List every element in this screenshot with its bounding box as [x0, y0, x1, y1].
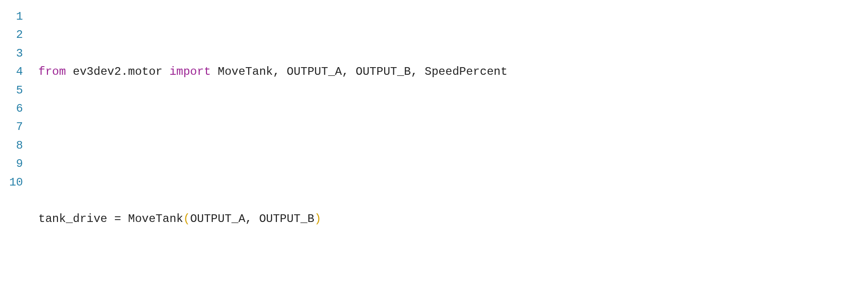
variable-name: tank_drive — [38, 212, 107, 225]
code-line-4 — [38, 284, 507, 302]
line-number: 5 — [4, 82, 23, 100]
line-number: 1 — [4, 8, 23, 26]
code-line-1: from ev3dev2.motor import MoveTank, OUTP… — [38, 63, 507, 81]
keyword-from: from — [38, 65, 66, 78]
keyword-import: import — [170, 65, 211, 78]
line-number: 8 — [4, 137, 23, 155]
import-names: MoveTank, OUTPUT_A, OUTPUT_B, SpeedPerce… — [217, 65, 507, 78]
code-block: 1 2 3 4 5 6 7 8 9 10 from ev3dev2.motor … — [4, 8, 864, 303]
call-args: OUTPUT_A, OUTPUT_B — [190, 212, 314, 225]
call-name: MoveTank — [128, 212, 183, 225]
code-content: from ev3dev2.motor import MoveTank, OUTP… — [38, 8, 507, 303]
assignment-operator: = — [107, 212, 128, 225]
module-name — [66, 65, 73, 78]
line-number: 9 — [4, 155, 23, 173]
line-number: 6 — [4, 100, 23, 118]
close-paren: ) — [314, 212, 321, 225]
module-name: ev3dev2.motor — [73, 65, 162, 78]
line-number: 10 — [4, 174, 23, 192]
open-paren: ( — [183, 212, 190, 225]
line-number: 7 — [4, 118, 23, 136]
code-line-3: tank_drive = MoveTank(OUTPUT_A, OUTPUT_B… — [38, 210, 507, 228]
line-number: 2 — [4, 26, 23, 44]
line-number: 4 — [4, 63, 23, 81]
line-number-gutter: 1 2 3 4 5 6 7 8 9 10 — [4, 8, 38, 303]
code-line-2 — [38, 137, 507, 155]
line-number: 3 — [4, 45, 23, 63]
